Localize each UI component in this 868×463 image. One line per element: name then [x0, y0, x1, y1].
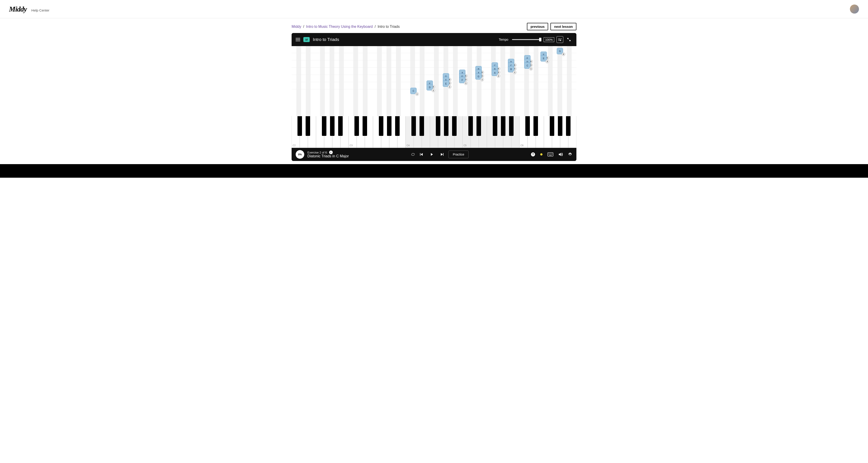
finger-badge: 1 — [415, 92, 419, 96]
next-lesson-button[interactable]: next lesson — [550, 23, 577, 30]
black-key[interactable] — [444, 116, 449, 136]
avatar[interactable] — [850, 4, 859, 13]
black-key[interactable] — [363, 116, 367, 136]
piano-keyboard[interactable]: C2C3C4C5C6 — [291, 116, 577, 148]
black-key[interactable] — [379, 116, 383, 136]
finger-badge: 1 — [529, 67, 533, 70]
black-key[interactable] — [298, 116, 302, 136]
finger-badge: 1 — [480, 78, 484, 82]
finger-badge: 3 — [546, 60, 549, 63]
play-button[interactable] — [428, 150, 436, 158]
black-key[interactable] — [493, 116, 498, 136]
tempo-value: 100% — [544, 37, 554, 42]
black-key[interactable] — [501, 116, 506, 136]
info-icon[interactable]: i — [329, 151, 333, 154]
breadcrumb-separator: / — [303, 25, 304, 29]
black-key[interactable] — [330, 116, 335, 136]
breadcrumb-current: Intro to Triads — [377, 25, 400, 29]
previous-button[interactable]: previous — [527, 23, 548, 30]
finger-badge: 1 — [513, 70, 517, 74]
breadcrumb-root[interactable]: Middy — [291, 25, 301, 29]
black-key[interactable] — [411, 116, 416, 136]
app-header: M Intro to Triads Tempo 100% — [291, 33, 577, 46]
black-key[interactable] — [338, 116, 343, 136]
key-label: C4 — [407, 144, 410, 147]
status-dot-icon — [540, 153, 542, 156]
volume-icon[interactable] — [558, 152, 563, 157]
settings-icon[interactable] — [568, 152, 572, 157]
finger-badge: 1 — [497, 74, 500, 78]
top-header: Middy Help Center — [0, 0, 868, 18]
piano-roll-area[interactable]: C1E3G5D1F3A5E1G3B5F1A3C5G1B3D5A1C3E5B1D3… — [291, 46, 577, 116]
black-key[interactable] — [436, 116, 440, 136]
black-key[interactable] — [566, 116, 571, 136]
svg-point-3 — [560, 40, 561, 41]
playback-bar: 0% Exercise 2 of 6: i Diatonic Triads in… — [291, 148, 577, 161]
notation-toggle-button[interactable] — [557, 36, 563, 43]
practice-button[interactable]: Practice — [448, 151, 469, 158]
finger-badge: 1 — [448, 85, 452, 89]
breadcrumb-separator: / — [375, 25, 375, 29]
black-key[interactable] — [322, 116, 327, 136]
loop-button[interactable] — [411, 152, 415, 156]
svg-rect-7 — [443, 153, 443, 156]
help-center-link[interactable]: Help Center — [31, 8, 50, 12]
svg-text:?: ? — [532, 153, 534, 156]
black-key[interactable] — [306, 116, 310, 136]
menu-icon[interactable] — [296, 38, 300, 41]
black-key[interactable] — [387, 116, 392, 136]
exercise-title: Diatonic Triads in C Major — [307, 154, 349, 158]
exercise-counter: Exercise 2 of 6: — [307, 151, 328, 154]
black-key[interactable] — [525, 116, 530, 136]
fullscreen-button[interactable] — [565, 36, 572, 43]
black-key[interactable] — [468, 116, 473, 136]
tempo-label: Tempo — [499, 38, 508, 41]
black-key[interactable] — [558, 116, 563, 136]
keyboard-icon[interactable] — [548, 152, 553, 156]
breadcrumb: Middy / Intro to Music Theory Using the … — [291, 25, 400, 29]
svg-rect-6 — [420, 153, 421, 156]
key-label: C2 — [293, 144, 296, 147]
black-key[interactable] — [550, 116, 555, 136]
footer — [0, 164, 868, 178]
finger-badge: 1 — [432, 89, 435, 92]
finger-badge: 5 — [562, 53, 565, 56]
black-key[interactable] — [395, 116, 400, 136]
skip-forward-button[interactable] — [440, 153, 444, 156]
finger-badge: 1 — [464, 82, 468, 85]
black-key[interactable] — [533, 116, 538, 136]
help-icon[interactable]: ? — [531, 152, 535, 157]
tempo-slider[interactable] — [512, 39, 541, 40]
skip-back-button[interactable] — [420, 153, 423, 156]
key-label: C6 — [521, 144, 524, 147]
logo[interactable]: Middy — [9, 5, 27, 13]
black-key[interactable] — [452, 116, 457, 136]
svg-point-22 — [569, 154, 571, 155]
app-badge: M — [303, 37, 310, 42]
key-label: C3 — [350, 144, 352, 147]
breadcrumb-course[interactable]: Intro to Music Theory Using the Keyboard — [306, 25, 373, 29]
black-key[interactable] — [420, 116, 424, 136]
key-label: C5 — [464, 144, 467, 147]
progress-indicator: 0% — [296, 150, 304, 159]
black-key[interactable] — [509, 116, 514, 136]
lesson-title: Intro to Triads — [313, 37, 339, 42]
top-header-left: Middy Help Center — [9, 5, 50, 13]
black-key[interactable] — [476, 116, 481, 136]
black-key[interactable] — [354, 116, 359, 136]
